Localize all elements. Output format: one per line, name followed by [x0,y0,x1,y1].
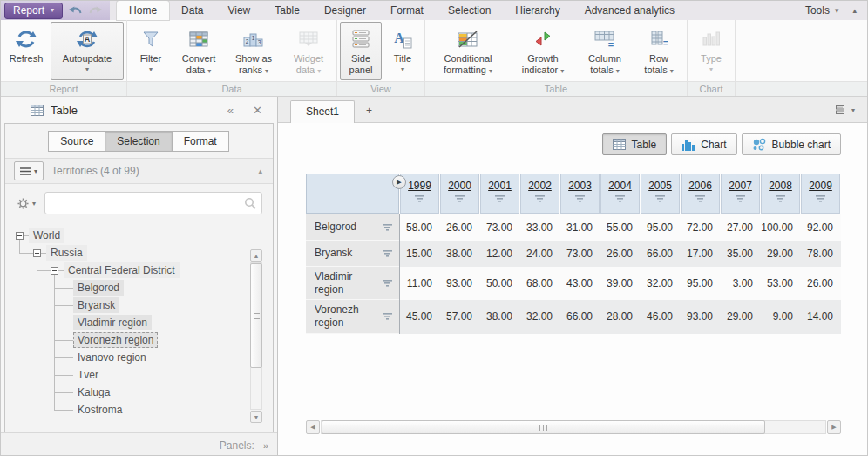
tab-data[interactable]: Data [169,1,215,20]
tree-collapse-icon[interactable] [33,249,41,257]
panels-expand-icon[interactable]: » [263,440,267,451]
tools-menu-button[interactable]: Tools ▾ [795,1,850,20]
horizontal-scrollbar[interactable]: ◀ ▶ [306,420,841,434]
panel-tab-source[interactable]: Source [48,131,105,152]
scroll-down-arrow[interactable]: ▼ [250,411,262,423]
undo-button[interactable] [67,3,83,17]
side-panel-button[interactable]: Side panel [340,22,382,80]
filter-button[interactable]: Filter▾ [130,22,172,80]
tree-item-world[interactable]: World [5,227,273,244]
filter-funnel-icon[interactable] [815,195,826,202]
column-header-2008[interactable]: 2008 [761,174,800,214]
column-header-2007[interactable]: 2007 [721,174,760,214]
year-label[interactable]: 1999 [408,180,431,192]
section-menu-button[interactable]: ▾ [14,161,44,180]
filter-funnel-icon[interactable] [382,224,393,231]
year-label[interactable]: 2004 [608,180,632,192]
report-menu-button[interactable]: Report ▾ [4,3,63,19]
chart-view-button[interactable]: Chart [671,133,736,155]
tree-scroll-thumb[interactable] [250,263,262,368]
tab-table[interactable]: Table [262,1,312,20]
year-label[interactable]: 2007 [729,180,752,192]
title-button[interactable]: ATitle▾ [383,22,422,80]
scroll-left-arrow[interactable]: ◀ [306,420,320,434]
row-header-vladimir-region[interactable]: Vladimir region [306,267,399,300]
year-label[interactable]: 2006 [688,180,712,192]
column-header-2004[interactable]: 2004 [600,174,640,214]
tree-item-russia[interactable]: Russia [5,244,273,262]
bubble-chart-view-button[interactable]: Bubble chart [742,133,841,155]
column-header-2005[interactable]: 2005 [641,174,680,214]
tree-item-voronezh-region[interactable]: Voronezh region [5,331,273,349]
tab-home[interactable]: Home [117,1,169,20]
column-header-2009[interactable]: 2009 [801,174,840,214]
tree-item-tver[interactable]: Tver [5,366,273,384]
filter-funnel-icon[interactable] [534,195,546,202]
table-view-button[interactable]: Table [602,133,668,155]
sheet-tab[interactable]: Sheet1 [290,100,355,123]
row-header-belgorod[interactable]: Belgorod [306,214,399,241]
show-as-ranks-button[interactable]: 213Show as ranks▾ [226,22,281,80]
tree-item-kostroma[interactable]: Kostroma [5,401,273,419]
tree-scroll-track[interactable] [250,262,262,410]
filter-funnel-icon[interactable] [494,195,505,202]
scroll-up-arrow[interactable]: ▲ [250,249,262,262]
tree-item-belgorod[interactable]: Belgorod [5,279,273,296]
sheet-layout-button[interactable]: ▾ [835,105,855,115]
conditional-formatting-button[interactable]: Conditional formatting▾ [428,22,508,80]
column-header-2000[interactable]: 2000 [440,174,479,214]
tab-advanced-analytics[interactable]: Advanced analytics [573,1,687,20]
year-label[interactable]: 2005 [648,180,672,192]
year-label[interactable]: 2001 [488,180,512,192]
tree-item-kaluga[interactable]: Kaluga [5,384,273,401]
refresh-button[interactable]: Refresh [3,22,49,80]
column-header-2003[interactable]: 2003 [560,174,600,214]
tree-settings-button[interactable]: ▾ [17,198,36,209]
year-label[interactable]: 2003 [568,180,592,192]
scroll-right-arrow[interactable]: ▶ [827,420,841,434]
column-header-1999[interactable]: 1999 [400,174,439,214]
section-collapse-icon[interactable]: ▴ [258,167,262,175]
filter-funnel-icon[interactable] [414,195,425,202]
row-header-voronezh-region[interactable]: Voronezh region [306,300,399,333]
filter-funnel-icon[interactable] [735,195,746,202]
filter-funnel-icon[interactable] [382,313,393,320]
column-header-2006[interactable]: 2006 [681,174,720,214]
panel-tab-selection[interactable]: Selection [105,131,172,152]
add-sheet-button[interactable]: + [355,100,383,122]
growth-indicator-button[interactable]: Growth indicator▾ [510,22,576,80]
tree-collapse-icon[interactable] [16,232,24,240]
tree-item-ivanovo-region[interactable]: Ivanovo region [5,349,273,366]
column-header-2002[interactable]: 2002 [520,174,559,214]
panel-collapse-icon[interactable]: « [221,104,240,117]
h-scroll-thumb[interactable] [322,420,765,434]
year-label[interactable]: 2000 [448,180,471,192]
filter-funnel-icon[interactable] [775,195,786,202]
h-scroll-track[interactable] [321,420,826,434]
column-totals-button[interactable]: =Column totals▾ [578,22,632,80]
row-header-bryansk[interactable]: Bryansk [306,241,399,267]
year-label[interactable]: 2009 [809,180,832,192]
year-label[interactable]: 2002 [528,180,552,192]
tree-search-input[interactable] [44,192,262,214]
expand-columns-button[interactable]: ▶ [392,175,406,189]
row-totals-button[interactable]: =Row totals▾ [634,22,684,80]
tree-item-vladimir-region[interactable]: Vladimir region [5,314,273,331]
filter-funnel-icon[interactable] [695,195,706,202]
tab-designer[interactable]: Designer [312,1,378,20]
filter-funnel-icon[interactable] [574,195,586,202]
filter-funnel-icon[interactable] [382,280,393,287]
panel-close-icon[interactable]: ✕ [247,104,268,117]
tab-hierarchy[interactable]: Hierarchy [503,1,572,20]
autoupdate-button[interactable]: AAutoupdate▾ [51,22,124,80]
tab-format[interactable]: Format [378,1,436,20]
filter-funnel-icon[interactable] [382,250,393,257]
filter-funnel-icon[interactable] [614,195,626,202]
column-header-2001[interactable]: 2001 [480,174,519,214]
filter-funnel-icon[interactable] [654,195,666,202]
tree-item-bryansk[interactable]: Bryansk [5,296,273,314]
filter-funnel-icon[interactable] [454,195,465,202]
tree-collapse-icon[interactable] [51,267,58,275]
ribbon-collapse-button[interactable]: ▴ [849,1,867,20]
tree-scrollbar[interactable]: ▲ ▼ [250,249,262,423]
